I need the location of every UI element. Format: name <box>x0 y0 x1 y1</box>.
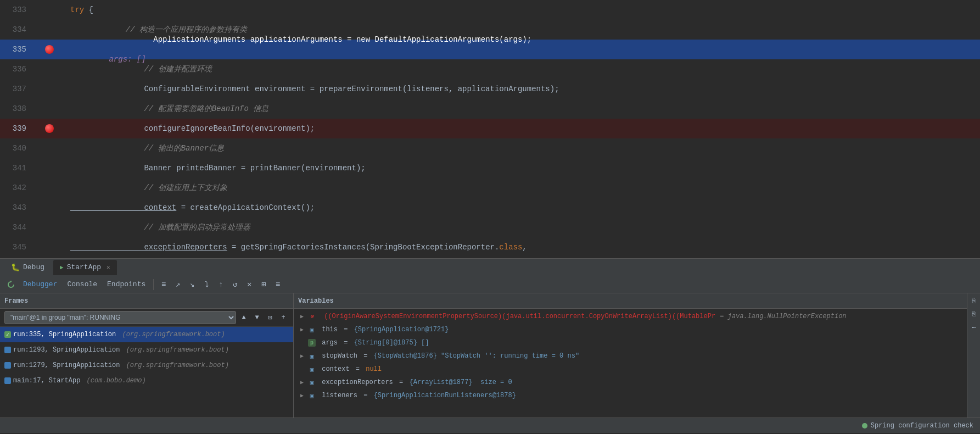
var-expand-context: ▶ <box>298 365 306 373</box>
console-tab[interactable]: Console <box>63 280 102 288</box>
run-to-cursor-button[interactable]: ↺ <box>228 278 242 291</box>
variables-list: ▶ ⊗ ((OriginAwareSystemEnvironmentProper… <box>294 309 967 418</box>
spring-dot <box>862 423 867 429</box>
code-content-339: configureIgnoreBeanInfo(environment); <box>66 119 980 138</box>
tab-debug[interactable]: 🐛 Debug <box>4 260 51 275</box>
frame-name-335: run:335, SpringApplication <box>13 331 116 338</box>
var-eq-this: = <box>340 326 352 333</box>
var-key-listeners: listeners <box>318 392 357 399</box>
var-val-listeners: {SpringApplicationRunListeners@1878} <box>374 392 516 399</box>
spring-check[interactable]: Spring configuration check <box>862 422 973 430</box>
var-item-this[interactable]: ▶ ▣ this = {SpringApplication@1721} <box>294 323 967 336</box>
frames-controls: "main"@1 in group "main": RUNNING ▲ ▼ ⊡ … <box>0 309 293 327</box>
frame-item-main[interactable]: main:17, StartApp (com.bobo.demo) <box>0 373 293 388</box>
restore-layout-button[interactable]: ≡ <box>157 278 170 291</box>
var-key-exception-reporters: exceptionReporters <box>318 379 393 386</box>
close-tab-icon[interactable]: ✕ <box>107 264 110 271</box>
var-item-context[interactable]: ▶ ▣ context = null <box>294 363 967 376</box>
tab-startapp[interactable]: ▶ StartApp ✕ <box>53 260 117 275</box>
line-number-339: 339 <box>0 124 33 133</box>
code-line-342: 342 // 创建应用上下文对象 <box>0 178 980 198</box>
view-button[interactable]: ⊞ <box>257 278 270 291</box>
code-content-340: // 输出的Banner信息 <box>66 138 980 158</box>
line-number-333: 333 <box>0 5 33 14</box>
var-val-this: {SpringApplication@1721} <box>354 326 449 333</box>
var-icon-args: p <box>308 339 316 347</box>
line-number-336: 336 <box>0 65 33 74</box>
var-item-exception[interactable]: ▶ ⊗ ((OriginAwareSystemEnvironmentProper… <box>294 310 967 323</box>
expand-all-button[interactable]: ⋯ <box>968 322 979 333</box>
var-item-stopwatch[interactable]: ▶ ▣ stopWatch = {StopWatch@1876} "StopWa… <box>294 349 967 363</box>
code-line-343: 343 context = createApplicationContext()… <box>0 198 980 218</box>
var-expand-exception-reporters[interactable]: ▶ <box>298 379 306 386</box>
frame-icon-1279 <box>4 362 11 369</box>
evaluate-button[interactable]: ✕ <box>243 278 256 291</box>
code-line-338: 338 // 配置需要忽略的BeanInfo 信息 <box>0 99 980 119</box>
frame-item-1293[interactable]: run:1293, SpringApplication (org.springf… <box>0 342 293 358</box>
variables-label: Variables <box>298 297 334 305</box>
var-expand-listeners[interactable]: ▶ <box>298 392 306 399</box>
var-key-this: this <box>318 326 338 333</box>
frames-label: Frames <box>4 297 28 305</box>
var-icon-listeners: ▣ <box>308 392 316 399</box>
copy2-button[interactable]: ⎘ <box>968 309 979 320</box>
breakpoint-335[interactable] <box>45 45 54 54</box>
step-over-button[interactable]: ↗ <box>171 278 184 291</box>
var-type-exception: = java.lang.NullPointerException <box>720 313 846 320</box>
step-out-button[interactable]: ↑ <box>214 278 227 291</box>
frame-name-1293: run:1293, SpringApplication <box>13 346 120 354</box>
var-val-exception: ((OriginAwareSystemEnvironmentPropertySo… <box>320 313 715 320</box>
spring-check-label: Spring configuration check <box>871 422 973 430</box>
frame-name-main: main:17, StartApp <box>13 377 80 385</box>
code-line-339: 339 configureIgnoreBeanInfo(environment)… <box>0 119 980 138</box>
code-line-337: 337 ConfigurableEnvironment environment … <box>0 79 980 99</box>
line-number-335: 335 <box>0 45 33 54</box>
copy-button[interactable]: ⎘ <box>968 296 979 307</box>
frames-down-button[interactable]: ▼ <box>251 312 262 323</box>
breakpoint-area-339[interactable] <box>33 124 66 133</box>
frame-package-335: (org.springframework.boot) <box>118 331 225 338</box>
var-item-exception-reporters[interactable]: ▶ ▣ exceptionReporters = {ArrayList@1877… <box>294 376 967 389</box>
code-line-344: 344 // 加载配置的启动异常处理器 <box>0 218 980 237</box>
var-expand-exception[interactable]: ▶ <box>298 313 306 320</box>
debugger-tab[interactable]: Debugger <box>19 280 61 288</box>
force-step-button[interactable]: ⤵ <box>200 278 213 291</box>
var-key-context: context <box>318 365 350 373</box>
code-content-344: // 加载配置的启动异常处理器 <box>66 218 980 237</box>
side-buttons: ⎘ ⎘ ⋯ <box>967 293 980 418</box>
tab-startapp-label: StartApp <box>67 263 101 271</box>
frame-item-335[interactable]: ✓ run:335, SpringApplication (org.spring… <box>0 327 293 342</box>
line-number-334: 334 <box>0 25 33 34</box>
var-key-stopwatch: stopWatch <box>318 352 357 360</box>
line-number-341: 341 <box>0 164 33 173</box>
var-item-listeners[interactable]: ▶ ▣ listeners = {SpringApplicationRunLis… <box>294 389 967 402</box>
code-content-342: // 创建应用上下文对象 <box>66 178 980 198</box>
breakpoint-area-335[interactable] <box>33 45 66 54</box>
code-content-336: // 创建并配置环境 <box>66 59 980 79</box>
endpoints-tab[interactable]: Endpoints <box>103 280 150 288</box>
code-line-341: 341 Banner printedBanner = printBanner(e… <box>0 158 980 178</box>
step-into-button[interactable]: ↘ <box>186 278 199 291</box>
var-eq-context: = <box>352 365 364 373</box>
tab-debug-label: Debug <box>23 263 44 271</box>
frame-item-1279[interactable]: run:1279, SpringApplication (org.springf… <box>0 358 293 373</box>
frames-add-button[interactable]: + <box>278 312 289 323</box>
code-content-337: ConfigurableEnvironment environment = pr… <box>66 79 980 99</box>
rerun-button[interactable] <box>4 278 18 291</box>
var-icon-this: ▣ <box>308 326 316 333</box>
frames-filter-button[interactable]: ⊡ <box>265 312 276 323</box>
thread-select[interactable]: "main"@1 in group "main": RUNNING <box>4 311 236 324</box>
debug-content: Frames "main"@1 in group "main": RUNNING… <box>0 293 980 418</box>
code-content-341: Banner printedBanner = printBanner(envir… <box>66 158 980 178</box>
var-item-args[interactable]: ▶ p args = {String[0]@1875} [] <box>294 336 967 349</box>
var-expand-this[interactable]: ▶ <box>298 326 306 333</box>
frames-up-button[interactable]: ▲ <box>238 312 249 323</box>
var-eq-args: = <box>340 339 352 347</box>
frames-list: ✓ run:335, SpringApplication (org.spring… <box>0 327 293 418</box>
var-expand-stopwatch[interactable]: ▶ <box>298 352 306 360</box>
var-key-args: args <box>318 339 338 347</box>
breakpoint-339[interactable] <box>45 124 54 133</box>
code-content-346: new Class[] { ConfigurableApplicationCon… <box>66 257 980 258</box>
code-line-340: 340 // 输出的Banner信息 <box>0 138 980 158</box>
settings-button[interactable]: ≡ <box>271 278 284 291</box>
